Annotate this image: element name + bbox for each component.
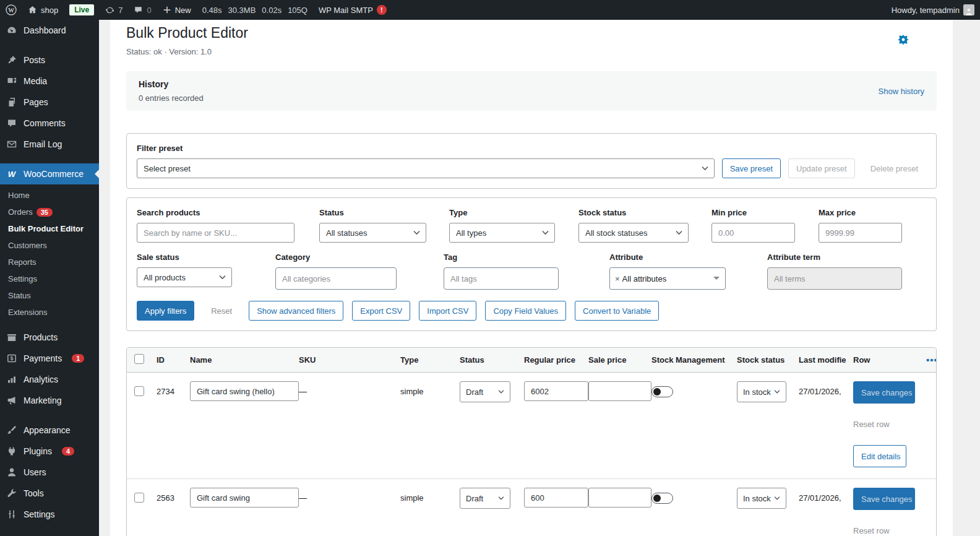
remove-selection-icon[interactable]: × bbox=[615, 274, 620, 283]
attribute-label: Attribute bbox=[609, 253, 726, 262]
sidebar-item-media[interactable]: Media bbox=[0, 71, 99, 92]
attribute-term-input bbox=[767, 267, 902, 290]
updates-menu[interactable]: 7 bbox=[100, 0, 128, 20]
tag-input[interactable] bbox=[444, 267, 559, 290]
svg-text:W: W bbox=[8, 7, 14, 14]
sidebar-item-posts[interactable]: Posts bbox=[0, 50, 99, 71]
stock-status-select[interactable]: In stock bbox=[737, 488, 786, 509]
plugins-count-badge: 4 bbox=[62, 447, 74, 456]
sidebar-item-woocommerce[interactable]: W WooCommerce bbox=[0, 163, 99, 184]
sidebar-item-pages[interactable]: Pages bbox=[0, 92, 99, 113]
sidebar-item-users[interactable]: Users bbox=[0, 462, 99, 483]
product-name-input[interactable] bbox=[190, 488, 299, 508]
sidebar-item-plugins[interactable]: Plugins 4 bbox=[0, 441, 99, 462]
max-price-input[interactable] bbox=[819, 223, 902, 243]
sidebar-item-payments[interactable]: $ Payments 1 bbox=[0, 348, 99, 369]
sidebar-item-appearance[interactable]: Appearance bbox=[0, 420, 99, 441]
type-filter-select[interactable]: All types bbox=[449, 223, 555, 243]
stock-status-select[interactable]: In stock bbox=[737, 381, 786, 402]
gear-icon[interactable] bbox=[897, 33, 909, 48]
sidebar-item-marketing[interactable]: Marketing bbox=[0, 390, 99, 411]
sidebar-item-woo-home[interactable]: Home bbox=[0, 187, 99, 204]
stock-management-toggle[interactable] bbox=[651, 493, 673, 504]
column-menu-icon[interactable]: ••• bbox=[926, 355, 937, 365]
export-csv-button[interactable]: Export CSV bbox=[352, 301, 410, 321]
reset-row-button[interactable]: Reset row bbox=[853, 526, 890, 535]
save-changes-button[interactable]: Save changes bbox=[853, 381, 915, 404]
sidebar-item-orders[interactable]: Orders 35 bbox=[0, 204, 99, 220]
history-panel: History 0 entries recorded Show history bbox=[126, 71, 937, 111]
show-history-link[interactable]: Show history bbox=[879, 87, 924, 96]
attribute-filter-select[interactable]: × All attributes bbox=[609, 267, 726, 290]
col-header-row: Row bbox=[853, 355, 926, 365]
stock-management-toggle[interactable] bbox=[651, 386, 673, 397]
sidebar-item-settings[interactable]: Settings bbox=[0, 504, 99, 525]
chevron-down-icon bbox=[413, 231, 420, 235]
reset-filters-button[interactable]: Reset bbox=[203, 301, 240, 321]
sidebar-item-products[interactable]: Products bbox=[0, 327, 99, 348]
sidebar-item-status[interactable]: Status bbox=[0, 287, 99, 304]
sidebar-item-email-log[interactable]: Email Log bbox=[0, 134, 99, 155]
sidebar-item-woo-settings[interactable]: Settings bbox=[0, 270, 99, 287]
products-table: ID Name SKU Type Status Regular price Sa… bbox=[126, 347, 937, 536]
delete-preset-button[interactable]: Delete preset bbox=[862, 158, 926, 178]
min-price-input[interactable] bbox=[711, 223, 795, 243]
brush-icon bbox=[6, 425, 17, 435]
save-changes-button[interactable]: Save changes bbox=[853, 488, 915, 510]
reset-row-button[interactable]: Reset row bbox=[853, 420, 890, 429]
sidebar-item-tools[interactable]: Tools bbox=[0, 483, 99, 504]
wp-mail-smtp-menu[interactable]: WP Mail SMTP ! bbox=[313, 0, 392, 20]
sale-status-filter-select[interactable]: All products bbox=[137, 267, 232, 287]
save-preset-button[interactable]: Save preset bbox=[722, 158, 781, 178]
edit-details-button[interactable]: Edit details bbox=[853, 445, 906, 467]
account-menu[interactable]: Howdy, tempadmin bbox=[886, 0, 980, 20]
status-filter-select[interactable]: All statuses bbox=[319, 223, 426, 243]
wordpress-logo-menu[interactable]: W bbox=[0, 0, 22, 20]
sale-price-input[interactable] bbox=[588, 488, 651, 508]
updates-count: 7 bbox=[118, 6, 123, 15]
sidebar-item-extensions[interactable]: Extensions bbox=[0, 304, 99, 321]
col-header-stock-status: Stock status bbox=[737, 355, 799, 365]
select-row-checkbox[interactable] bbox=[134, 386, 144, 396]
max-price-label: Max price bbox=[819, 208, 902, 217]
live-environment-badge: Live bbox=[64, 0, 100, 20]
history-entries-count: 0 entries recorded bbox=[139, 93, 204, 103]
history-title: History bbox=[139, 79, 204, 89]
media-icon bbox=[6, 76, 17, 86]
megaphone-icon bbox=[6, 396, 17, 405]
new-label: New bbox=[175, 6, 191, 15]
comments-menu[interactable]: 0 bbox=[128, 0, 157, 20]
sidebar-item-reports[interactable]: Reports bbox=[0, 254, 99, 270]
regular-price-input[interactable] bbox=[524, 381, 588, 401]
product-status-select[interactable]: Draft bbox=[460, 381, 510, 402]
sale-price-input[interactable] bbox=[588, 381, 651, 401]
show-advanced-filters-button[interactable]: Show advanced filters bbox=[249, 301, 343, 321]
regular-price-input[interactable] bbox=[524, 488, 588, 508]
category-input[interactable] bbox=[275, 267, 397, 290]
stock-status-filter-select[interactable]: All stock statuses bbox=[578, 223, 689, 243]
convert-to-variable-button[interactable]: Convert to Variable bbox=[575, 301, 659, 321]
import-csv-button[interactable]: Import CSV bbox=[419, 301, 476, 321]
select-all-checkbox[interactable] bbox=[134, 354, 144, 364]
apply-filters-button[interactable]: Apply filters bbox=[137, 301, 194, 321]
copy-field-values-button[interactable]: Copy Field Values bbox=[485, 301, 566, 321]
status-label: Status bbox=[319, 208, 426, 217]
select-row-checkbox[interactable] bbox=[134, 493, 144, 503]
sidebar-item-comments[interactable]: Comments bbox=[0, 113, 99, 134]
sidebar-item-bulk-product-editor[interactable]: Bulk Product Editor bbox=[0, 220, 99, 237]
envelope-icon bbox=[6, 139, 17, 149]
sidebar-item-analytics[interactable]: Analytics bbox=[0, 369, 99, 390]
search-products-input[interactable] bbox=[137, 223, 294, 243]
preset-select[interactable]: Select preset bbox=[137, 158, 715, 178]
sidebar-item-dashboard[interactable]: Dashboard bbox=[0, 20, 99, 41]
col-header-stock-management: Stock Management bbox=[651, 355, 737, 365]
plugin-page-card: Bulk Product Editor Status: ok · Version… bbox=[110, 6, 953, 536]
wp-mail-smtp-label: WP Mail SMTP bbox=[319, 6, 373, 15]
site-link[interactable]: shop bbox=[22, 0, 64, 20]
new-content-menu[interactable]: New bbox=[157, 0, 197, 20]
product-type: simple bbox=[400, 488, 460, 503]
update-preset-button[interactable]: Update preset bbox=[788, 158, 855, 178]
product-name-input[interactable] bbox=[190, 381, 299, 401]
product-status-select[interactable]: Draft bbox=[460, 488, 510, 509]
sidebar-item-customers[interactable]: Customers bbox=[0, 237, 99, 254]
